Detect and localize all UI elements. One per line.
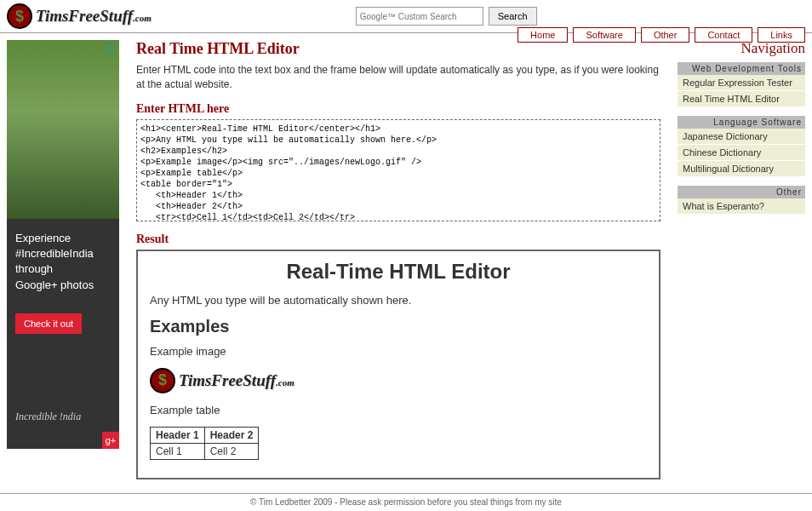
ad-brand: Incredible !ndia [15, 411, 81, 423]
tab-other[interactable]: Other [641, 27, 690, 43]
search-input[interactable] [356, 7, 483, 26]
nav-group-title: Other [678, 186, 805, 198]
tab-contact[interactable]: Contact [695, 27, 752, 43]
tab-software[interactable]: Software [573, 27, 635, 43]
result-frame[interactable]: Real-Time HTML Editor Any HTML you type … [136, 250, 660, 479]
result-p3: Example table [150, 404, 647, 416]
result-label: Result [136, 233, 660, 246]
header: TimsFreeStuff.com Search Home Software O… [0, 0, 812, 33]
nav-group-title: Language Software [678, 116, 805, 129]
intro-text: Enter HTML code into the text box and th… [136, 63, 660, 92]
nav-group-webdev: Web Development Tools Regular Expression… [678, 62, 805, 107]
right-nav: Navigation Web Development Tools Regular… [678, 40, 805, 479]
nav-tabs: Home Software Other Contact Links [518, 27, 805, 43]
nav-group-language: Language Software Japanese Dictionary Ch… [678, 116, 805, 177]
main-content: Real Time HTML Editor Enter HTML code in… [136, 40, 660, 479]
result-h2: Examples [150, 317, 647, 336]
table-cell: Cell 1 [151, 443, 205, 459]
page-title: Real Time HTML Editor [136, 40, 660, 58]
ad-image [7, 40, 119, 219]
html-input[interactable] [136, 119, 660, 221]
result-h1: Real-Time HTML Editor [150, 260, 647, 284]
logo-text: TimsFreeStuff.com [36, 7, 152, 26]
site-logo[interactable]: TimsFreeStuff.com [7, 3, 152, 29]
ad-box[interactable]: ▷ Experience #IncredibleIndia through Go… [7, 40, 119, 449]
ad-text: Experience #IncredibleIndia through Goog… [7, 219, 119, 305]
result-table: Header 1 Header 2 Cell 1 Cell 2 [150, 427, 259, 460]
search-area: Search [356, 7, 537, 26]
footer: © Tim Ledbetter 2009 - Please ask permis… [0, 493, 812, 510]
nav-item-multilingual[interactable]: Multilingual Dictionary [678, 161, 805, 177]
table-header: Header 2 [204, 427, 259, 443]
content: ▷ Experience #IncredibleIndia through Go… [0, 33, 812, 486]
result-p1: Any HTML you type will be automatically … [150, 294, 647, 307]
nav-item-japanese[interactable]: Japanese Dictionary [678, 129, 805, 145]
nav-item-html-editor[interactable]: Real Time HTML Editor [678, 91, 805, 107]
logo-icon [150, 368, 175, 393]
nav-item-regex[interactable]: Regular Expression Tester [678, 75, 805, 91]
ad-cta-button[interactable]: Check it out [15, 313, 82, 334]
nav-group-title: Web Development Tools [678, 62, 805, 75]
logo-icon [7, 3, 32, 29]
table-header: Header 1 [151, 427, 205, 443]
nav-group-other: Other What is Esperanto? [678, 186, 805, 215]
ad-sidebar: ▷ Experience #IncredibleIndia through Go… [7, 40, 119, 479]
gplus-icon[interactable]: g+ [102, 432, 119, 449]
ad-close-icon[interactable]: ▷ [106, 42, 117, 54]
result-p2: Example image [150, 345, 647, 358]
input-label: Enter HTML here [136, 102, 660, 116]
search-button[interactable]: Search [489, 7, 537, 26]
result-logo: TimsFreeStuff.com [150, 368, 647, 393]
tab-links[interactable]: Links [758, 27, 805, 43]
nav-title: Navigation [678, 40, 805, 57]
result-logo-text: TimsFreeStuff.com [179, 371, 294, 390]
tab-home[interactable]: Home [518, 27, 568, 43]
table-cell: Cell 2 [204, 443, 259, 459]
nav-item-esperanto[interactable]: What is Esperanto? [678, 198, 805, 215]
nav-item-chinese[interactable]: Chinese Dictionary [678, 145, 805, 161]
